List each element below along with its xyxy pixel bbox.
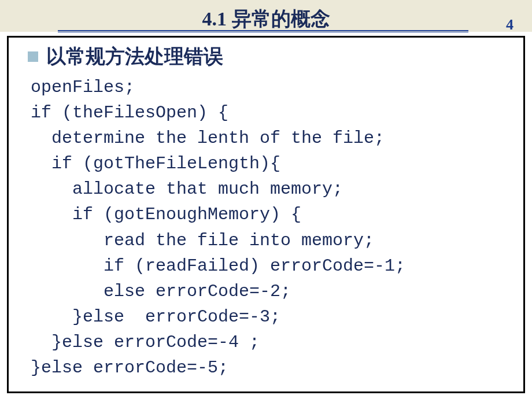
code-line: determine the lenth of the file; [31,128,385,148]
bullet-icon [28,51,38,62]
page-number: 4 [506,16,513,34]
bullet-row: 以常规方法处理错误 [28,43,523,70]
code-line: }else errorCode=-3; [31,307,280,327]
code-line: if (theFilesOpen) { [31,103,228,123]
content-box: 以常规方法处理错误 openFiles; if (theFilesOpen) {… [7,36,525,393]
code-line: allocate that much memory; [31,179,343,199]
code-line: if (gotEnoughMemory) { [31,205,301,224]
code-line: openFiles; [31,77,135,97]
code-line: if (gotTheFileLength){ [31,154,280,173]
code-line: }else errorCode=-4 ; [31,332,260,352]
slide-title: 4.1 异常的概念 [0,6,532,32]
code-line: }else errorCode=-5; [31,358,228,378]
code-line: else errorCode=-2; [31,282,291,301]
code-line: read the file into memory; [31,231,374,250]
bullet-heading: 以常规方法处理错误 [46,43,223,70]
code-block: openFiles; if (theFilesOpen) { determine… [31,75,523,380]
code-line: if (readFailed) errorCode=-1; [31,256,405,276]
